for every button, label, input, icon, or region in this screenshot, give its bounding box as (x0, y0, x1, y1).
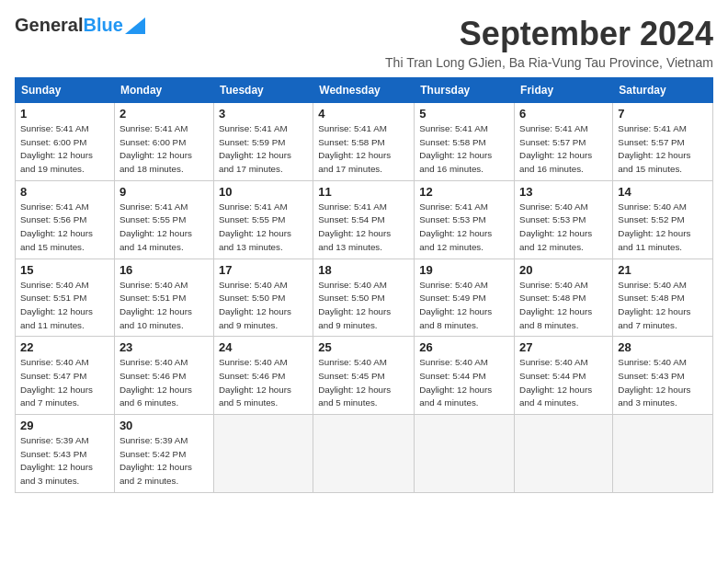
day-info: Sunrise: 5:40 AM Sunset: 5:51 PM Dayligh… (20, 279, 109, 333)
weekday-header-saturday: Saturday (613, 78, 713, 103)
title-section: September 2024 Thi Tran Long GJien, Ba R… (385, 15, 713, 70)
day-number: 19 (419, 263, 509, 277)
calendar-cell (613, 415, 713, 493)
calendar-cell: 18Sunrise: 5:40 AM Sunset: 5:50 PM Dayli… (313, 259, 415, 337)
day-number: 10 (219, 185, 308, 199)
weekday-header-wednesday: Wednesday (313, 78, 415, 103)
calendar-cell: 23Sunrise: 5:40 AM Sunset: 5:46 PM Dayli… (114, 337, 213, 415)
day-info: Sunrise: 5:40 AM Sunset: 5:50 PM Dayligh… (219, 279, 308, 333)
day-number: 2 (119, 107, 209, 121)
calendar-cell (313, 415, 415, 493)
day-number: 20 (519, 263, 608, 277)
calendar-cell: 19Sunrise: 5:40 AM Sunset: 5:49 PM Dayli… (415, 259, 515, 337)
day-info: Sunrise: 5:40 AM Sunset: 5:47 PM Dayligh… (20, 356, 109, 410)
calendar-cell: 22Sunrise: 5:40 AM Sunset: 5:47 PM Dayli… (16, 337, 115, 415)
calendar-cell: 21Sunrise: 5:40 AM Sunset: 5:48 PM Dayli… (613, 259, 713, 337)
day-info: Sunrise: 5:41 AM Sunset: 5:56 PM Dayligh… (20, 201, 109, 255)
month-title: September 2024 (385, 15, 713, 53)
calendar-cell: 4Sunrise: 5:41 AM Sunset: 5:58 PM Daylig… (313, 103, 415, 181)
day-info: Sunrise: 5:40 AM Sunset: 5:50 PM Dayligh… (318, 279, 409, 333)
day-number: 7 (618, 107, 708, 121)
day-info: Sunrise: 5:40 AM Sunset: 5:48 PM Dayligh… (618, 279, 708, 333)
calendar-cell: 13Sunrise: 5:40 AM Sunset: 5:53 PM Dayli… (515, 180, 613, 259)
day-info: Sunrise: 5:40 AM Sunset: 5:49 PM Dayligh… (419, 279, 509, 333)
calendar-cell: 6Sunrise: 5:41 AM Sunset: 5:57 PM Daylig… (515, 103, 613, 181)
day-number: 26 (419, 340, 509, 354)
day-number: 25 (318, 340, 409, 354)
weekday-header-thursday: Thursday (415, 78, 515, 103)
day-number: 15 (20, 263, 109, 277)
day-info: Sunrise: 5:41 AM Sunset: 5:54 PM Dayligh… (318, 201, 409, 255)
calendar-cell (213, 415, 313, 493)
day-number: 4 (318, 107, 409, 121)
day-number: 6 (519, 107, 608, 121)
logo-text: GeneralBlue (15, 15, 123, 36)
page-header: GeneralBlue September 2024 Thi Tran Long… (15, 15, 713, 70)
calendar-cell: 10Sunrise: 5:41 AM Sunset: 5:55 PM Dayli… (213, 180, 313, 259)
day-info: Sunrise: 5:41 AM Sunset: 6:00 PM Dayligh… (119, 122, 209, 177)
day-number: 12 (419, 185, 509, 199)
day-info: Sunrise: 5:40 AM Sunset: 5:51 PM Dayligh… (119, 279, 209, 333)
day-info: Sunrise: 5:40 AM Sunset: 5:48 PM Dayligh… (519, 279, 608, 333)
day-number: 9 (119, 185, 209, 199)
day-info: Sunrise: 5:41 AM Sunset: 5:58 PM Dayligh… (318, 122, 409, 177)
calendar-cell: 15Sunrise: 5:40 AM Sunset: 5:51 PM Dayli… (16, 259, 115, 337)
calendar-cell: 29Sunrise: 5:39 AM Sunset: 5:43 PM Dayli… (16, 415, 115, 493)
day-info: Sunrise: 5:40 AM Sunset: 5:43 PM Dayligh… (618, 356, 708, 410)
calendar-cell: 25Sunrise: 5:40 AM Sunset: 5:45 PM Dayli… (313, 337, 415, 415)
day-info: Sunrise: 5:40 AM Sunset: 5:52 PM Dayligh… (618, 201, 708, 255)
day-info: Sunrise: 5:40 AM Sunset: 5:46 PM Dayligh… (119, 356, 209, 410)
calendar-cell: 27Sunrise: 5:40 AM Sunset: 5:44 PM Dayli… (515, 337, 613, 415)
day-number: 21 (618, 263, 708, 277)
logo-icon (125, 17, 145, 34)
day-number: 16 (119, 263, 209, 277)
day-info: Sunrise: 5:40 AM Sunset: 5:44 PM Dayligh… (419, 356, 509, 410)
calendar-cell: 3Sunrise: 5:41 AM Sunset: 5:59 PM Daylig… (213, 103, 313, 181)
day-number: 18 (318, 263, 409, 277)
day-number: 11 (318, 185, 409, 199)
weekday-header-friday: Friday (515, 78, 613, 103)
calendar-header-row: SundayMondayTuesdayWednesdayThursdayFrid… (16, 78, 713, 103)
calendar-cell: 14Sunrise: 5:40 AM Sunset: 5:52 PM Dayli… (613, 180, 713, 259)
calendar-cell: 28Sunrise: 5:40 AM Sunset: 5:43 PM Dayli… (613, 337, 713, 415)
calendar-cell: 30Sunrise: 5:39 AM Sunset: 5:42 PM Dayli… (114, 415, 213, 493)
day-number: 17 (219, 263, 308, 277)
day-info: Sunrise: 5:41 AM Sunset: 6:00 PM Dayligh… (20, 122, 109, 177)
location-subtitle: Thi Tran Long GJien, Ba Ria-Vung Tau Pro… (385, 55, 713, 70)
day-number: 8 (20, 185, 109, 199)
day-info: Sunrise: 5:40 AM Sunset: 5:46 PM Dayligh… (219, 356, 308, 410)
day-info: Sunrise: 5:41 AM Sunset: 5:57 PM Dayligh… (618, 122, 708, 177)
calendar-cell: 17Sunrise: 5:40 AM Sunset: 5:50 PM Dayli… (213, 259, 313, 337)
calendar-cell: 9Sunrise: 5:41 AM Sunset: 5:55 PM Daylig… (114, 180, 213, 259)
calendar-cell (415, 415, 515, 493)
calendar-week-5: 29Sunrise: 5:39 AM Sunset: 5:43 PM Dayli… (16, 415, 713, 493)
day-info: Sunrise: 5:41 AM Sunset: 5:59 PM Dayligh… (219, 122, 308, 177)
day-number: 5 (419, 107, 509, 121)
calendar-cell: 5Sunrise: 5:41 AM Sunset: 5:58 PM Daylig… (415, 103, 515, 181)
calendar-cell: 20Sunrise: 5:40 AM Sunset: 5:48 PM Dayli… (515, 259, 613, 337)
day-info: Sunrise: 5:41 AM Sunset: 5:55 PM Dayligh… (219, 201, 308, 255)
weekday-header-tuesday: Tuesday (213, 78, 313, 103)
svg-marker-0 (125, 17, 145, 34)
calendar-week-4: 22Sunrise: 5:40 AM Sunset: 5:47 PM Dayli… (16, 337, 713, 415)
calendar-table: SundayMondayTuesdayWednesdayThursdayFrid… (15, 77, 713, 493)
day-number: 29 (20, 419, 109, 432)
calendar-cell: 2Sunrise: 5:41 AM Sunset: 6:00 PM Daylig… (114, 103, 213, 181)
calendar-week-3: 15Sunrise: 5:40 AM Sunset: 5:51 PM Dayli… (16, 259, 713, 337)
day-number: 13 (519, 185, 608, 199)
logo: GeneralBlue (15, 15, 145, 36)
day-number: 27 (519, 340, 608, 354)
calendar-cell: 8Sunrise: 5:41 AM Sunset: 5:56 PM Daylig… (16, 180, 115, 259)
day-info: Sunrise: 5:40 AM Sunset: 5:45 PM Dayligh… (318, 356, 409, 410)
weekday-header-monday: Monday (114, 78, 213, 103)
calendar-cell: 7Sunrise: 5:41 AM Sunset: 5:57 PM Daylig… (613, 103, 713, 181)
day-number: 23 (119, 340, 209, 354)
day-number: 1 (20, 107, 109, 121)
day-info: Sunrise: 5:40 AM Sunset: 5:44 PM Dayligh… (519, 356, 608, 410)
calendar-cell: 11Sunrise: 5:41 AM Sunset: 5:54 PM Dayli… (313, 180, 415, 259)
day-info: Sunrise: 5:39 AM Sunset: 5:43 PM Dayligh… (20, 434, 109, 488)
day-number: 24 (219, 340, 308, 354)
calendar-week-1: 1Sunrise: 5:41 AM Sunset: 6:00 PM Daylig… (16, 103, 713, 181)
day-number: 22 (20, 340, 109, 354)
calendar-cell (515, 415, 613, 493)
